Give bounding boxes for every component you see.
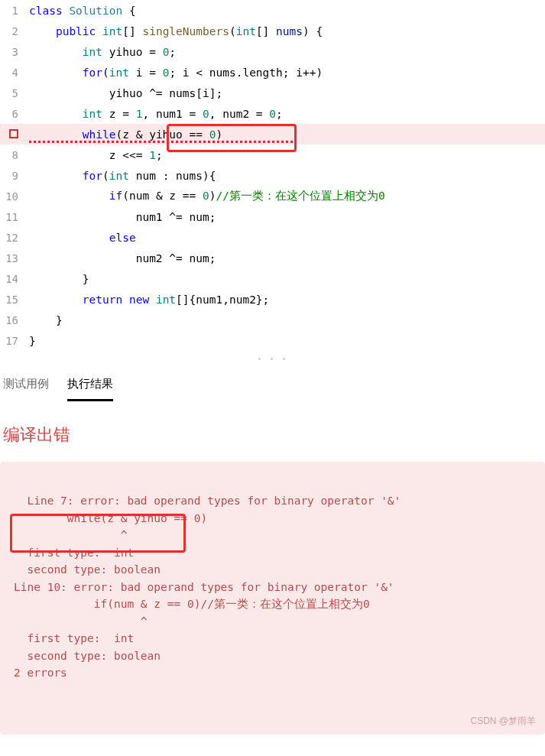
code-line[interactable]: 10 if(num & z == 0)//第一类：在这个位置上相交为0 <box>0 186 545 206</box>
code-line[interactable]: 11 num1 ^= num; <box>0 206 545 227</box>
tab-result[interactable]: 执行结果 <box>67 372 113 401</box>
code-content: z <<= 1; <box>29 149 163 161</box>
line-number: 6 <box>0 108 29 120</box>
code-content: } <box>29 335 36 347</box>
line-number: 3 <box>0 46 29 58</box>
line-number: 15 <box>0 294 29 306</box>
error-marker-icon <box>9 129 18 138</box>
code-content: } <box>29 273 89 285</box>
resize-handle[interactable]: • • • <box>0 351 545 366</box>
code-line[interactable]: 5 yihuo ^= nums[i]; <box>0 83 545 103</box>
line-number: 14 <box>0 273 29 285</box>
code-content: for(int i = 0; i < nums.length; i++) <box>29 67 323 79</box>
line-number: 17 <box>0 335 29 347</box>
error-text: Line 7: error: bad operand types for bin… <box>14 495 401 679</box>
line-number: 12 <box>0 232 29 244</box>
code-line[interactable]: 6 int z = 1, num1 = 0, num2 = 0; <box>0 103 545 124</box>
code-line[interactable]: 17} <box>0 330 545 351</box>
code-content: class Solution { <box>29 5 136 17</box>
code-content: if(num & z == 0)//第一类：在这个位置上相交为0 <box>29 189 385 203</box>
code-line[interactable]: 1class Solution { <box>0 0 545 21</box>
line-number: 13 <box>0 252 29 264</box>
line-number: 1 <box>0 5 29 17</box>
code-line[interactable]: 16 } <box>0 310 545 330</box>
result-tabs: 测试用例 执行结果 <box>0 366 545 402</box>
code-content: for(int num : nums){ <box>29 170 216 182</box>
code-line[interactable]: 13 num2 ^= num; <box>0 248 545 268</box>
code-content: while(z & yihuo == 0) <box>29 128 222 141</box>
code-content: int z = 1, num1 = 0, num2 = 0; <box>29 108 283 120</box>
line-number: 11 <box>0 211 29 223</box>
line-number: 16 <box>0 314 29 326</box>
code-content: num1 ^= num; <box>29 211 216 223</box>
tab-testcase[interactable]: 测试用例 <box>3 372 49 401</box>
line-number: 5 <box>0 87 29 99</box>
code-content: public int[] singleNumbers(int[] nums) { <box>29 25 323 37</box>
code-content: return new int[]{num1,num2}; <box>29 294 269 306</box>
error-squiggle <box>29 141 297 143</box>
watermark: CSDN @梦雨羊 <box>470 714 536 728</box>
code-content: } <box>29 314 63 326</box>
line-number: 4 <box>0 67 29 79</box>
code-content: yihuo ^= nums[i]; <box>29 87 222 99</box>
code-line[interactable]: 9 for(int num : nums){ <box>0 165 545 186</box>
error-title: 编译出错 <box>0 402 545 462</box>
code-line[interactable]: 7 while(z & yihuo == 0) <box>0 124 545 144</box>
code-line[interactable]: 3 int yihuo = 0; <box>0 41 545 62</box>
code-line[interactable]: 8 z <<= 1; <box>0 144 545 165</box>
code-content: num2 ^= num; <box>29 252 216 264</box>
code-content: else <box>29 232 136 244</box>
code-content: int yihuo = 0; <box>29 46 176 58</box>
code-line[interactable]: 15 return new int[]{num1,num2}; <box>0 289 545 310</box>
code-line[interactable]: 12 else <box>0 227 545 248</box>
line-number: 9 <box>0 170 29 182</box>
code-line[interactable]: 14 } <box>0 268 545 289</box>
line-number: 2 <box>0 25 29 37</box>
error-panel: Line 7: error: bad operand types for bin… <box>0 462 545 735</box>
code-line[interactable]: 4 for(int i = 0; i < nums.length; i++) <box>0 62 545 83</box>
line-number: 8 <box>0 149 29 161</box>
code-line[interactable]: 2 public int[] singleNumbers(int[] nums)… <box>0 21 545 41</box>
code-editor[interactable]: 1class Solution {2 public int[] singleNu… <box>0 0 545 351</box>
line-number: 10 <box>0 190 29 203</box>
